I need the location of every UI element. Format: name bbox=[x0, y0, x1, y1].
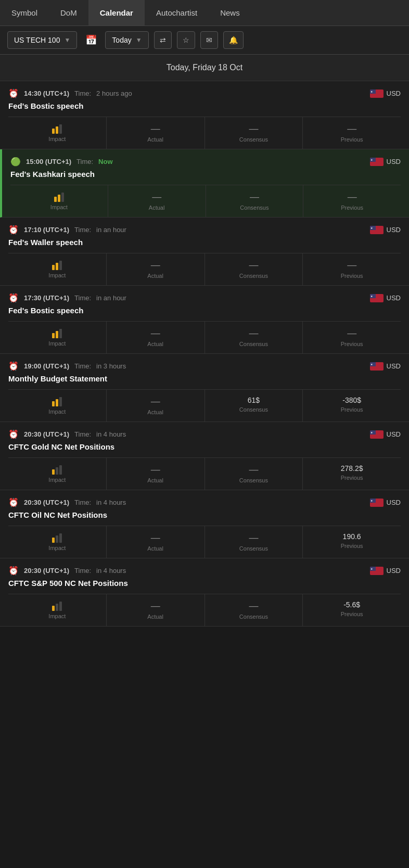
event-stats: Impact — Actual — Consensus — Previous bbox=[8, 321, 401, 353]
time-ago-label: in an hour bbox=[96, 294, 126, 302]
event-stats: Impact — Actual 61$ Consensus -380$ Prev… bbox=[8, 389, 401, 422]
stat-previous: 278.2$ Previous bbox=[303, 458, 401, 490]
impact-label: Impact bbox=[48, 272, 66, 278]
impact-bars-icon bbox=[52, 601, 62, 611]
event-time: 17:10 (UTC+1) bbox=[24, 226, 69, 234]
tab-symbol[interactable]: Symbol bbox=[0, 0, 49, 25]
impact-bar-2 bbox=[56, 126, 58, 134]
event-title: Fed's Kashkari speech bbox=[10, 170, 401, 178]
impact-bar-1 bbox=[54, 197, 57, 202]
event-time-info: ⏰ 14:30 (UTC+1) Time: 2 hours ago bbox=[8, 88, 132, 98]
event-header: ⏰ 20:30 (UTC+1) Time: in 4 hours USD bbox=[8, 429, 401, 439]
time-ago-label: 2 hours ago bbox=[96, 90, 132, 97]
event-time-info: ⏰ 19:00 (UTC+1) Time: in 3 hours bbox=[8, 361, 126, 371]
stat-impact: Impact bbox=[8, 526, 107, 558]
consensus-label: Consensus bbox=[240, 205, 269, 211]
tab-news[interactable]: News bbox=[209, 0, 251, 25]
share-button[interactable]: ⇄ bbox=[154, 31, 172, 49]
currency-badge: USD bbox=[370, 158, 401, 166]
tab-autochartist[interactable]: Autochartist bbox=[145, 0, 209, 25]
impact-bar-1 bbox=[52, 606, 55, 611]
event-header: ⏰ 14:30 (UTC+1) Time: 2 hours ago USD bbox=[8, 88, 401, 98]
event-card-2: 🟢 15:00 (UTC+1) Time: Now USD Fed's Kash… bbox=[0, 149, 409, 218]
period-dropdown[interactable]: Today ▼ bbox=[105, 31, 148, 49]
stat-consensus: 61$ Consensus bbox=[205, 390, 303, 422]
us-flag-icon bbox=[370, 90, 384, 98]
previous-value: — bbox=[347, 260, 356, 271]
stat-actual: — Actual bbox=[107, 390, 205, 422]
event-card-4: ⏰ 17:30 (UTC+1) Time: in an hour USD Fed… bbox=[0, 286, 409, 354]
stat-impact: Impact bbox=[10, 185, 108, 217]
actual-label: Actual bbox=[147, 273, 163, 279]
period-dropdown-arrow: ▼ bbox=[136, 36, 142, 44]
actual-label: Actual bbox=[147, 409, 163, 415]
stat-actual: — Actual bbox=[107, 594, 205, 626]
time-ago-label: in 4 hours bbox=[96, 499, 126, 506]
previous-label: Previous bbox=[341, 273, 363, 279]
time-colon-label: Time: bbox=[74, 567, 91, 575]
time-colon-label: Time: bbox=[74, 430, 91, 438]
clock-icon: ⏰ bbox=[8, 361, 19, 371]
impact-bar-3 bbox=[59, 261, 62, 270]
calendar-picker-button[interactable]: 📅 bbox=[82, 32, 100, 48]
consensus-value: — bbox=[250, 192, 259, 202]
actual-value: — bbox=[151, 532, 160, 543]
event-title: CFTC Gold NC Net Positions bbox=[8, 442, 401, 451]
event-title: CFTC Oil NC Net Positions bbox=[8, 510, 401, 519]
stat-impact: Impact bbox=[8, 322, 107, 353]
us-flag-icon bbox=[370, 499, 384, 507]
clock-icon: ⏰ bbox=[8, 497, 19, 507]
impact-label: Impact bbox=[48, 613, 66, 619]
previous-label: Previous bbox=[341, 406, 363, 413]
consensus-value: — bbox=[249, 532, 258, 543]
event-time-info: ⏰ 20:30 (UTC+1) Time: in 4 hours bbox=[8, 497, 126, 507]
event-card-6: ⏰ 20:30 (UTC+1) Time: in 4 hours USD CFT… bbox=[0, 422, 409, 490]
us-flag-icon bbox=[370, 158, 384, 166]
impact-bar-1 bbox=[52, 265, 55, 270]
clock-icon: ⏰ bbox=[8, 225, 19, 235]
consensus-value: — bbox=[249, 260, 258, 271]
impact-bar-3 bbox=[59, 124, 62, 134]
event-time: 20:30 (UTC+1) bbox=[24, 430, 69, 438]
clock-icon: ⏰ bbox=[8, 293, 19, 303]
stat-consensus: — Consensus bbox=[205, 322, 303, 353]
currency-label: USD bbox=[387, 90, 401, 97]
event-header: ⏰ 19:00 (UTC+1) Time: in 3 hours USD bbox=[8, 361, 401, 371]
bell-button[interactable]: 🔔 bbox=[223, 31, 244, 49]
actual-value: — bbox=[151, 464, 160, 475]
stat-actual: — Actual bbox=[107, 526, 205, 558]
currency-badge: USD bbox=[370, 567, 401, 575]
event-header: 🟢 15:00 (UTC+1) Time: Now USD bbox=[10, 157, 401, 167]
clock-icon: ⏰ bbox=[8, 429, 19, 439]
tab-dom[interactable]: DoM bbox=[49, 0, 88, 25]
stat-consensus: — Consensus bbox=[205, 117, 303, 149]
actual-value: — bbox=[151, 601, 160, 611]
mail-button[interactable]: ✉ bbox=[200, 31, 218, 49]
stat-impact: Impact bbox=[8, 458, 107, 490]
event-stats: Impact — Actual — Consensus 190.6 Previo… bbox=[8, 526, 401, 558]
period-label: Today bbox=[112, 36, 131, 44]
event-card-8: ⏰ 20:30 (UTC+1) Time: in 4 hours USD CFT… bbox=[0, 558, 409, 627]
previous-label: Previous bbox=[341, 611, 363, 617]
previous-value: -5.6$ bbox=[343, 601, 360, 609]
currency-label: USD bbox=[387, 430, 401, 438]
stat-previous: — Previous bbox=[303, 253, 401, 285]
actual-value: — bbox=[151, 260, 160, 271]
consensus-label: Consensus bbox=[239, 614, 268, 620]
tab-calendar[interactable]: Calendar bbox=[88, 0, 145, 25]
previous-label: Previous bbox=[341, 341, 363, 347]
clock-icon: ⏰ bbox=[8, 88, 19, 98]
currency-label: USD bbox=[387, 567, 401, 575]
consensus-label: Consensus bbox=[239, 136, 268, 143]
impact-bar-2 bbox=[58, 195, 60, 202]
impact-label: Impact bbox=[48, 477, 66, 483]
actual-value: — bbox=[151, 396, 160, 407]
stat-previous: — Previous bbox=[303, 117, 401, 149]
event-time: 20:30 (UTC+1) bbox=[24, 567, 69, 575]
us-flag-icon bbox=[370, 430, 384, 439]
currency-badge: USD bbox=[370, 430, 401, 439]
star-button[interactable]: ☆ bbox=[177, 31, 195, 49]
us-flag-icon bbox=[370, 567, 384, 575]
instrument-dropdown[interactable]: US TECH 100 ▼ bbox=[7, 31, 77, 49]
instrument-label: US TECH 100 bbox=[14, 36, 60, 44]
